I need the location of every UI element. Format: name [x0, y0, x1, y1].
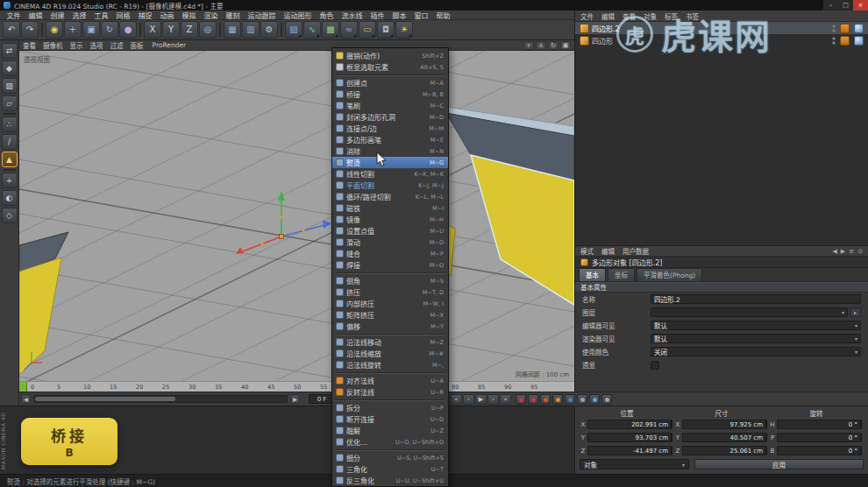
field-input[interactable]: 默认▾: [651, 334, 861, 343]
四边形[interactable]: 四边形: [575, 34, 868, 46]
context-menu-item[interactable]: 磁铁 M~I: [332, 202, 448, 214]
menu-item[interactable]: 动画: [156, 11, 178, 20]
context-menu-item[interactable]: 断开连接 U~D: [332, 413, 448, 425]
rotation-field[interactable]: 0 °: [777, 433, 862, 442]
apply-button[interactable]: 应用: [694, 459, 864, 469]
menu-item[interactable]: 编辑: [25, 11, 46, 20]
points-mode-icon[interactable]: ∴: [2, 116, 18, 132]
四边形.2[interactable]: 四边形.2: [575, 22, 868, 34]
attribute-menu-item[interactable]: 编辑: [601, 246, 615, 256]
scale-icon[interactable]: ▣: [82, 21, 100, 39]
make-editable-icon[interactable]: ⇄: [2, 43, 18, 59]
next-frame-icon[interactable]: ›: [487, 394, 499, 405]
object-manager-menu-item[interactable]: 对象: [644, 11, 657, 21]
record-rotation-icon[interactable]: [565, 394, 575, 405]
context-menu-item[interactable]: 融解 U~Z: [332, 425, 448, 436]
context-menu-item[interactable]: 优化… U~O, U~Shift+O: [332, 436, 448, 448]
camera-icon[interactable]: ◘: [377, 21, 395, 39]
menu-item[interactable]: 文件: [3, 11, 25, 20]
rotate-icon[interactable]: ↻: [101, 21, 118, 39]
attribute-tab[interactable]: 基本: [579, 268, 606, 282]
edges-mode-icon[interactable]: /: [2, 134, 18, 150]
size-field[interactable]: 25.061 cm: [682, 446, 767, 455]
rotate-view-icon[interactable]: ↻: [548, 41, 559, 50]
context-menu-item[interactable]: 偏移 M~Y: [332, 321, 448, 332]
viewport-solo-icon[interactable]: ◐: [2, 190, 18, 206]
menu-item[interactable]: 渲染: [200, 11, 222, 20]
render-visibility-dot[interactable]: [832, 41, 836, 45]
context-menu-item[interactable]: 缝合 M~P: [332, 248, 448, 259]
previous-frame-icon[interactable]: ‹: [463, 394, 474, 405]
context-menu-item[interactable]: 沿法线旋转 M~,: [332, 359, 448, 371]
context-menu-item[interactable]: 倒角 M~S: [332, 275, 448, 286]
context-menu-item[interactable]: 平面切割 K~J, M~J: [332, 180, 448, 191]
timeline-scroll-right-button[interactable]: ▶: [290, 394, 300, 404]
viewport-menu-item[interactable]: 面板: [131, 40, 144, 50]
subdivision-surface-icon[interactable]: ▩: [322, 21, 339, 39]
context-menu-item[interactable]: 设置点值 M~U: [332, 225, 448, 236]
coordinate-mode-select[interactable]: 对象▾: [580, 459, 689, 469]
workplane-mode-icon[interactable]: ▱: [2, 95, 18, 111]
field-input[interactable]: 关闭▾: [651, 347, 861, 356]
size-field[interactable]: 97.925 cm: [682, 420, 767, 429]
record-parameter-icon[interactable]: [577, 394, 587, 405]
context-menu-item[interactable]: 封闭多边形孔洞 M~D: [332, 111, 448, 123]
undo-icon[interactable]: ↶: [3, 21, 20, 39]
menu-item[interactable]: 插件: [366, 11, 388, 20]
render-view-icon[interactable]: ▦: [224, 21, 241, 39]
context-menu-item[interactable]: 熨烫 M~G: [332, 157, 448, 168]
viewport-canvas[interactable]: 透视视图 网格间距 : 100 cm: [19, 51, 574, 381]
visibility-dots[interactable]: [832, 37, 836, 45]
model-mode-icon[interactable]: ◆: [2, 60, 18, 76]
polygons-mode-icon[interactable]: ▲: [2, 152, 18, 167]
context-menu-item[interactable]: 桥接 M~B, B: [332, 88, 448, 100]
maximize-button[interactable]: □: [838, 0, 853, 11]
menu-item[interactable]: 角色: [316, 11, 338, 20]
lock-z-axis-icon[interactable]: Z: [181, 21, 198, 39]
play-icon[interactable]: ▶: [475, 394, 487, 405]
viewport-menu-item[interactable]: 查看: [23, 40, 36, 50]
record-pla-icon[interactable]: [589, 394, 600, 405]
context-menu-item[interactable]: 循环/路径切割 K~L, M~L: [332, 191, 448, 202]
move-icon[interactable]: +: [64, 21, 82, 39]
menu-item[interactable]: 网格: [112, 11, 134, 20]
position-field[interactable]: 93.703 cm: [587, 433, 672, 442]
context-menu-item[interactable]: 框显选取元素 Alt+S, S: [332, 61, 448, 73]
scene-floor-icon[interactable]: ▭: [359, 21, 376, 39]
rotation-field[interactable]: 0 °: [777, 446, 862, 455]
texture-mode-icon[interactable]: ▨: [2, 78, 18, 94]
attribute-menu-item[interactable]: 用户数据: [623, 246, 649, 256]
context-menu-item[interactable]: 消除 M~N: [332, 145, 448, 157]
object-manager-menu-item[interactable]: 标签: [665, 11, 678, 21]
rotation-field[interactable]: 0 °: [777, 420, 862, 429]
field-input[interactable]: ▾: [651, 307, 848, 317]
menu-item[interactable]: 流水线: [338, 11, 366, 20]
minimize-button[interactable]: –: [823, 0, 838, 11]
lock-x-axis-icon[interactable]: X: [144, 21, 161, 39]
context-menu-item[interactable]: 焊接 M~Q: [332, 259, 448, 271]
render-visibility-dot[interactable]: [832, 29, 836, 32]
goto-start-icon[interactable]: «: [451, 394, 462, 405]
object-manager-menu-item[interactable]: 查看: [623, 11, 636, 21]
field-checkbox[interactable]: [651, 361, 659, 370]
autokeying-icon[interactable]: [528, 394, 538, 405]
menu-item[interactable]: 模拟: [178, 11, 200, 20]
context-menu-item[interactable]: 线性切割 K~K, M~K: [332, 168, 448, 180]
render-picture-viewer-icon[interactable]: ▥: [242, 21, 260, 39]
goto-end-icon[interactable]: »: [500, 394, 511, 405]
scrollbar-handle[interactable]: [35, 397, 175, 401]
object-manager-menu-item[interactable]: 编辑: [601, 11, 615, 21]
context-menu-item[interactable]: 对齐法线 U~A: [332, 375, 448, 386]
size-field[interactable]: 40.507 cm: [682, 433, 767, 442]
lock-y-axis-icon[interactable]: Y: [162, 21, 180, 39]
deformer-icon[interactable]: ≈: [340, 21, 358, 39]
object-manager-menu-item[interactable]: 书签: [686, 11, 699, 21]
prorender-menu[interactable]: ProRender: [153, 41, 187, 49]
menu-item[interactable]: 捕捉: [134, 11, 156, 20]
menu-item[interactable]: 选择: [68, 11, 90, 20]
context-menu-item[interactable]: 镜像 M~H: [332, 214, 448, 225]
spline-pen-icon[interactable]: ∿: [303, 21, 321, 39]
light-icon[interactable]: ☀: [395, 21, 413, 39]
menu-item[interactable]: 窗口: [410, 11, 432, 20]
live-selection-icon[interactable]: ◉: [46, 21, 63, 39]
